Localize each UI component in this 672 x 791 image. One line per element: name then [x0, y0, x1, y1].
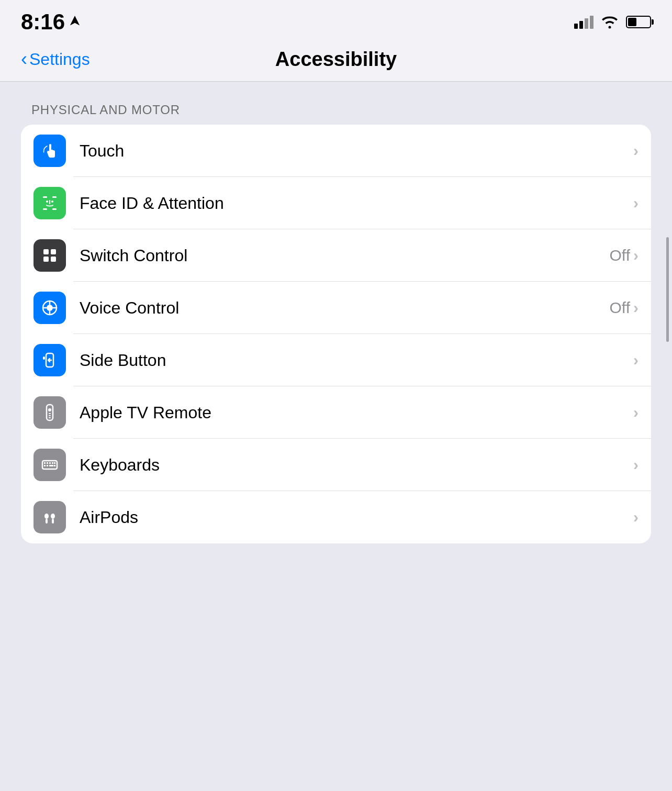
face-id-label: Face ID & Attention [80, 194, 224, 213]
back-chevron-icon: ‹ [21, 50, 27, 69]
apple-tv-remote-icon-svg [40, 403, 60, 422]
airpods-icon [33, 501, 66, 533]
side-button-label: Side Button [80, 351, 166, 370]
svg-point-32 [51, 514, 55, 519]
svg-rect-17 [49, 413, 51, 414]
switch-control-label: Switch Control [80, 246, 187, 265]
apple-tv-remote-label: Apple TV Remote [80, 403, 211, 422]
content: PHYSICAL AND MOTOR Touch › [0, 82, 672, 543]
switch-control-status: Off [610, 247, 630, 264]
switch-control-icon [33, 239, 66, 272]
svg-rect-31 [46, 519, 48, 523]
svg-rect-10 [51, 257, 56, 262]
side-button-row-content: Side Button › [80, 351, 639, 370]
airpods-label: AirPods [80, 508, 138, 527]
page-title: Accessibility [275, 48, 397, 71]
settings-row-apple-tv-remote[interactable]: Apple TV Remote › [21, 386, 651, 439]
battery-fill [628, 18, 636, 26]
svg-rect-33 [52, 519, 54, 523]
svg-rect-19 [49, 417, 51, 418]
settings-row-voice-control[interactable]: Voice Control Off › [21, 282, 651, 334]
apple-tv-remote-icon [33, 396, 66, 429]
svg-rect-2 [43, 208, 47, 210]
back-label: Settings [29, 50, 90, 69]
back-button[interactable]: ‹ Settings [21, 50, 90, 69]
keyboards-icon-svg [40, 455, 60, 475]
apple-tv-remote-row-right: › [633, 404, 639, 421]
face-id-icon [33, 187, 66, 219]
battery-body [626, 16, 651, 28]
svg-rect-8 [51, 249, 56, 254]
side-button-icon-svg [40, 350, 60, 370]
voice-control-row-right: Off › [610, 299, 639, 317]
voice-control-row-content: Voice Control Off › [80, 298, 639, 318]
svg-rect-3 [52, 208, 57, 210]
svg-rect-26 [44, 465, 46, 466]
face-id-row-right: › [633, 194, 639, 212]
keyboards-icon [33, 449, 66, 481]
scrollbar[interactable] [666, 237, 669, 342]
touch-row-content: Touch › [80, 141, 639, 161]
signal-bars-icon [574, 16, 593, 29]
svg-rect-18 [49, 415, 51, 416]
settings-row-switch-control[interactable]: Switch Control Off › [21, 229, 651, 282]
touch-chevron-icon: › [633, 142, 639, 160]
svg-rect-24 [52, 462, 53, 464]
svg-rect-14 [43, 356, 45, 360]
switch-control-row-content: Switch Control Off › [80, 246, 639, 265]
signal-bar-4 [590, 16, 593, 29]
status-time: 8:16 [21, 9, 81, 35]
svg-rect-29 [54, 465, 55, 466]
touch-label: Touch [80, 141, 124, 161]
voice-control-status: Off [610, 299, 630, 317]
airpods-icon-svg [40, 507, 60, 527]
keyboards-chevron-icon: › [633, 456, 639, 474]
svg-point-12 [47, 305, 53, 311]
svg-rect-27 [47, 465, 48, 466]
signal-bar-1 [574, 24, 578, 29]
svg-rect-1 [52, 196, 57, 198]
svg-rect-9 [43, 257, 49, 262]
airpods-chevron-icon: › [633, 508, 639, 526]
voice-control-label: Voice Control [80, 298, 179, 318]
svg-rect-28 [49, 465, 53, 466]
side-button-icon [33, 344, 66, 376]
face-id-icon-svg [40, 193, 60, 213]
side-button-row-right: › [633, 351, 639, 369]
switch-control-row-right: Off › [610, 247, 639, 264]
status-icons [574, 15, 651, 29]
apple-tv-remote-row-content: Apple TV Remote › [80, 403, 639, 422]
touch-row-right: › [633, 142, 639, 160]
airpods-row-content: AirPods › [80, 508, 639, 527]
voice-control-icon-svg [40, 298, 60, 318]
nav-bar: ‹ Settings Accessibility [0, 40, 672, 82]
keyboards-row-right: › [633, 456, 639, 474]
settings-row-face-id[interactable]: Face ID & Attention › [21, 177, 651, 229]
settings-row-keyboards[interactable]: Keyboards › [21, 439, 651, 491]
svg-rect-25 [54, 462, 55, 464]
svg-rect-21 [44, 462, 46, 464]
section-header-physical-motor: PHYSICAL AND MOTOR [21, 103, 651, 117]
switch-control-icon-svg [40, 246, 60, 265]
touch-icon-svg [40, 141, 60, 161]
face-id-chevron-icon: › [633, 194, 639, 212]
status-bar: 8:16 [0, 0, 672, 40]
time-display: 8:16 [21, 9, 65, 35]
svg-point-16 [48, 408, 51, 411]
touch-icon [33, 135, 66, 167]
settings-row-side-button[interactable]: Side Button › [21, 334, 651, 386]
svg-rect-7 [43, 249, 49, 254]
face-id-row-content: Face ID & Attention › [80, 194, 639, 213]
svg-rect-0 [43, 196, 47, 198]
location-icon [69, 15, 81, 29]
settings-group-physical-motor: Touch › Face I [21, 125, 651, 543]
svg-point-5 [51, 200, 53, 203]
side-button-chevron-icon: › [633, 351, 639, 369]
battery-icon [626, 16, 651, 28]
svg-rect-23 [49, 462, 51, 464]
settings-row-airpods[interactable]: AirPods › [21, 491, 651, 543]
settings-row-touch[interactable]: Touch › [21, 125, 651, 177]
keyboards-row-content: Keyboards › [80, 455, 639, 475]
airpods-row-right: › [633, 508, 639, 526]
svg-rect-22 [47, 462, 48, 464]
